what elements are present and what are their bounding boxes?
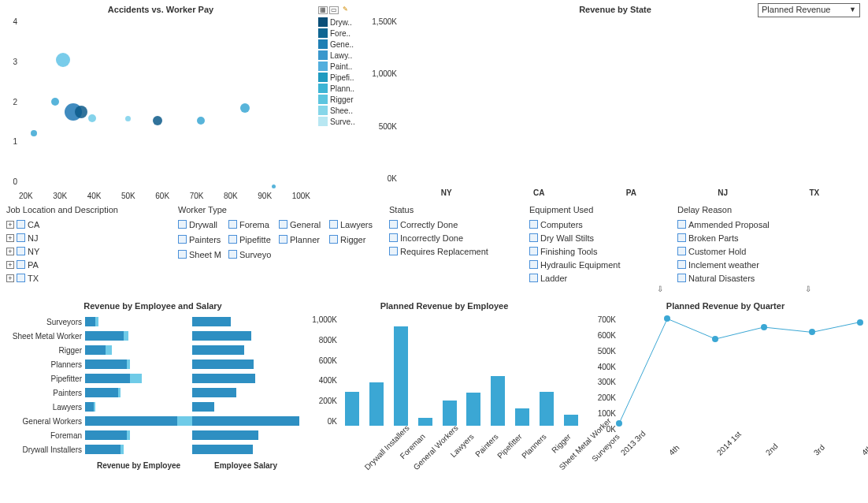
checkbox[interactable] — [677, 233, 686, 242]
checkbox[interactable] — [529, 220, 538, 229]
scatter-point[interactable] — [51, 98, 59, 106]
tree-item[interactable]: +NJ — [6, 231, 164, 244]
checkbox[interactable] — [329, 235, 338, 244]
checkbox[interactable] — [178, 220, 187, 229]
checkbox-item[interactable]: Planner — [279, 233, 326, 246]
legend-item[interactable]: Rigger — [318, 94, 365, 105]
legend-item[interactable]: Shee.. — [318, 105, 365, 116]
checkbox-item[interactable]: Painters — [178, 233, 225, 246]
checkbox[interactable] — [279, 220, 287, 229]
hbar[interactable] — [85, 388, 118, 397]
checkbox[interactable] — [329, 220, 338, 229]
expand-icon[interactable]: + — [6, 234, 14, 242]
checkbox-item[interactable]: Lawyers — [329, 218, 377, 231]
hbar[interactable] — [192, 416, 299, 426]
hbar[interactable] — [85, 374, 130, 383]
hbar[interactable] — [85, 317, 95, 326]
checkbox-item[interactable]: Drywall — [178, 218, 225, 231]
bar[interactable] — [394, 326, 408, 426]
scatter-point[interactable] — [153, 116, 162, 125]
hbar[interactable] — [192, 445, 253, 454]
bar[interactable] — [515, 408, 529, 426]
checkbox[interactable] — [677, 247, 686, 255]
checkbox[interactable] — [228, 250, 237, 259]
hbar[interactable] — [85, 445, 121, 454]
checkbox[interactable] — [228, 220, 237, 229]
line-point[interactable] — [761, 324, 767, 330]
checkbox-item[interactable]: Inclement weather — [677, 258, 811, 271]
checkbox[interactable] — [529, 247, 538, 255]
checkbox[interactable] — [17, 247, 25, 255]
hbar[interactable] — [85, 416, 177, 426]
scatter-point[interactable] — [125, 116, 131, 121]
scatter-point[interactable] — [197, 117, 205, 125]
checkbox-item[interactable]: Surveyo — [228, 248, 276, 261]
scroll-down-icon[interactable]: ⇩ — [529, 285, 663, 293]
bar[interactable] — [564, 415, 578, 426]
pencil-icon[interactable]: ✎ — [340, 6, 350, 14]
checkbox-item[interactable]: Computers — [529, 218, 663, 231]
checkbox-item[interactable]: Requires Replacement — [389, 244, 515, 258]
hbar[interactable] — [192, 345, 244, 355]
hbar-area[interactable]: SurveyorsSheet Metal WorkerRiggerPlanner… — [6, 315, 299, 456]
bar[interactable] — [443, 401, 457, 426]
line-point[interactable] — [809, 329, 815, 335]
legend-item[interactable]: Pipefi.. — [318, 72, 365, 83]
bar[interactable] — [491, 376, 505, 426]
checkbox[interactable] — [17, 274, 25, 282]
legend-item[interactable]: Plann.. — [318, 83, 365, 94]
checkbox[interactable] — [677, 220, 686, 229]
scatter-point[interactable] — [88, 114, 96, 122]
checkbox-item[interactable]: Ladder — [529, 271, 663, 285]
tree-item[interactable]: +NY — [6, 244, 164, 258]
legend-item[interactable]: Dryw.. — [318, 17, 365, 28]
bar[interactable] — [369, 382, 384, 426]
checkbox[interactable] — [279, 235, 287, 244]
legend-item[interactable]: Surve.. — [318, 116, 365, 127]
hbar[interactable] — [192, 331, 251, 341]
bar[interactable] — [540, 392, 554, 426]
checkbox[interactable] — [17, 220, 25, 229]
checkbox-item[interactable]: Incorrectly Done — [389, 231, 515, 244]
legend-item[interactable]: Gene.. — [318, 39, 365, 50]
checkbox-item[interactable]: Forema — [228, 218, 276, 231]
scatter-point[interactable] — [75, 106, 87, 118]
checkbox-item[interactable]: Ammended Proposal — [677, 218, 811, 231]
tree-item[interactable]: +CA — [6, 218, 164, 231]
hbar[interactable] — [85, 402, 94, 412]
checkbox[interactable] — [178, 235, 187, 244]
checkbox[interactable] — [389, 247, 398, 255]
checkbox[interactable] — [389, 220, 398, 229]
expand-icon[interactable]: + — [6, 221, 14, 229]
line-area[interactable] — [619, 315, 860, 434]
checkbox-item[interactable]: Sheet M — [178, 248, 225, 261]
scatter-plot-area[interactable] — [19, 17, 310, 186]
checkbox-item[interactable]: Finishing Tools — [529, 244, 663, 258]
expand-icon[interactable]: + — [6, 261, 14, 269]
hbar[interactable] — [192, 430, 258, 440]
scatter-point[interactable] — [56, 53, 70, 67]
bar[interactable] — [418, 418, 432, 426]
checkbox[interactable] — [228, 235, 237, 244]
legend-item[interactable]: Fore.. — [318, 28, 365, 39]
scatter-point[interactable] — [31, 130, 37, 136]
checkbox-item[interactable]: Dry Wall Stilts — [529, 231, 663, 244]
checkbox[interactable] — [677, 274, 686, 282]
line-point[interactable] — [712, 336, 718, 342]
bar-area[interactable] — [340, 315, 583, 426]
expand-icon[interactable]: + — [6, 248, 14, 255]
line-point[interactable] — [664, 315, 670, 322]
line-point[interactable] — [857, 319, 863, 326]
checkbox[interactable] — [389, 233, 398, 242]
hbar[interactable] — [192, 388, 236, 397]
checkbox-item[interactable]: Pipefitte — [228, 233, 276, 246]
line-point[interactable] — [616, 420, 622, 427]
checkbox[interactable] — [529, 274, 538, 282]
hbar[interactable] — [192, 360, 254, 369]
hbar[interactable] — [192, 374, 255, 383]
checkbox-item[interactable]: Natural Disasters — [677, 271, 811, 285]
checkbox-item[interactable]: Hydraulic Equipment — [529, 258, 663, 271]
checkbox[interactable] — [529, 233, 538, 242]
hbar[interactable] — [85, 331, 124, 341]
measure-dropdown[interactable]: Planned Revenue — [758, 3, 860, 17]
